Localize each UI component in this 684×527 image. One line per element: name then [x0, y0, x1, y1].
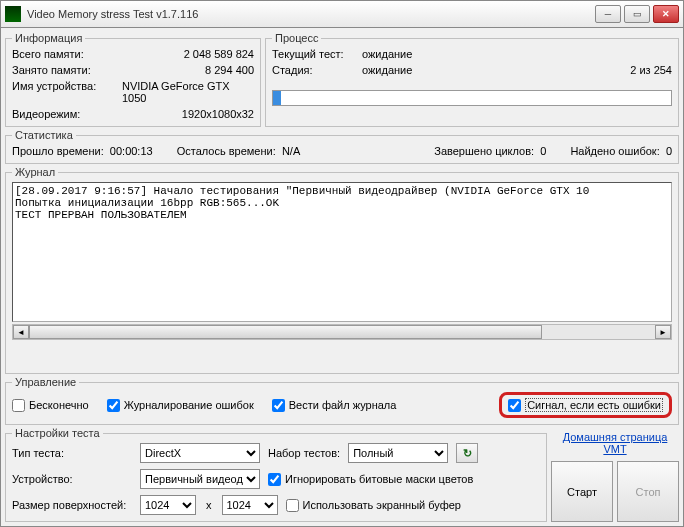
stats-group: Статистика Прошло времени: 00:00:13 Оста… — [5, 129, 679, 164]
control-group: Управление Бесконечно Журналирование оши… — [5, 376, 679, 425]
test-set-select[interactable]: Полный — [348, 443, 448, 463]
elapsed-label: Прошло времени: — [12, 145, 104, 157]
cycles-value: 0 — [540, 145, 546, 157]
log-legend: Журнал — [12, 166, 58, 178]
test-type-label: Тип теста: — [12, 447, 132, 459]
log-errors-checkbox[interactable]: Журналирование ошибок — [107, 399, 254, 412]
app-icon — [5, 6, 21, 22]
stage-value: ожидание — [362, 64, 612, 76]
signal-highlight: Сигнал, если есть ошибки — [499, 392, 672, 418]
window-title: Video Memory stress Test v1.7.116 — [27, 8, 595, 20]
close-button[interactable]: ✕ — [653, 5, 679, 23]
maximize-button[interactable]: ▭ — [624, 5, 650, 23]
remain-value: N/A — [282, 145, 300, 157]
homepage-link[interactable]: Домашняя страница VMT — [551, 429, 679, 457]
device-label: Устройство: — [12, 473, 132, 485]
title-bar: Video Memory stress Test v1.7.116 ─ ▭ ✕ — [0, 0, 684, 28]
device-select[interactable]: Первичный видеод — [140, 469, 260, 489]
test-type-select[interactable]: DirectX — [140, 443, 260, 463]
start-button[interactable]: Старт — [551, 461, 613, 522]
progress-counter: 2 из 254 — [612, 64, 672, 76]
ignore-masks-checkbox[interactable]: Игнорировать битовые маски цветов — [268, 473, 473, 486]
progress-bar — [272, 90, 672, 106]
video-mode-value: 1920x1080x32 — [122, 108, 254, 120]
elapsed-value: 00:00:13 — [110, 145, 153, 157]
device-name-value: NVIDIA GeForce GTX 1050 — [122, 80, 254, 104]
surface-size-label: Размер поверхностей: — [12, 499, 132, 511]
process-legend: Процесс — [272, 32, 321, 44]
process-group: Процесс Текущий тест: ожидание Стадия: о… — [265, 32, 679, 127]
device-name-label: Имя устройства: — [12, 80, 122, 104]
total-mem-label: Всего памяти: — [12, 48, 122, 60]
stage-label: Стадия: — [272, 64, 362, 76]
log-textarea[interactable]: [28.09.2017 9:16:57] Начало тестирования… — [12, 182, 672, 322]
errors-value: 0 — [666, 145, 672, 157]
info-group: Информация Всего памяти: 2 048 589 824 З… — [5, 32, 261, 127]
client-area: Информация Всего памяти: 2 048 589 824 З… — [0, 28, 684, 527]
remain-label: Осталось времени: — [177, 145, 276, 157]
settings-group: Настройки теста Тип теста: DirectX Набор… — [5, 427, 547, 522]
surface-height-select[interactable]: 1024 — [222, 495, 278, 515]
x-separator: x — [204, 499, 214, 511]
log-hscrollbar[interactable]: ◄ ► — [12, 324, 672, 340]
current-test-label: Текущий тест: — [272, 48, 362, 60]
total-mem-value: 2 048 589 824 — [122, 48, 254, 60]
info-legend: Информация — [12, 32, 85, 44]
refresh-icon: ↻ — [463, 447, 472, 460]
log-group: Журнал [28.09.2017 9:16:57] Начало тести… — [5, 166, 679, 374]
control-legend: Управление — [12, 376, 79, 388]
stats-legend: Статистика — [12, 129, 76, 141]
settings-legend: Настройки теста — [12, 427, 103, 439]
current-test-value: ожидание — [362, 48, 612, 60]
minimize-button[interactable]: ─ — [595, 5, 621, 23]
scroll-left-icon[interactable]: ◄ — [13, 325, 29, 339]
used-mem-label: Занято памяти: — [12, 64, 122, 76]
used-mem-value: 8 294 400 — [122, 64, 254, 76]
signal-checkbox[interactable]: Сигнал, если есть ошибки — [508, 398, 663, 412]
cycles-label: Завершено циклов: — [434, 145, 534, 157]
surface-width-select[interactable]: 1024 — [140, 495, 196, 515]
video-mode-label: Видеорежим: — [12, 108, 122, 120]
infinite-checkbox[interactable]: Бесконечно — [12, 399, 89, 412]
refresh-button[interactable]: ↻ — [456, 443, 478, 463]
log-file-checkbox[interactable]: Вести файл журнала — [272, 399, 397, 412]
stop-button[interactable]: Стоп — [617, 461, 679, 522]
test-set-label: Набор тестов: — [268, 447, 340, 459]
scroll-thumb[interactable] — [29, 325, 542, 339]
errors-label: Найдено ошибок: — [570, 145, 659, 157]
scroll-right-icon[interactable]: ► — [655, 325, 671, 339]
offscreen-checkbox[interactable]: Использовать экранный буфер — [286, 499, 462, 512]
window-buttons: ─ ▭ ✕ — [595, 5, 679, 23]
